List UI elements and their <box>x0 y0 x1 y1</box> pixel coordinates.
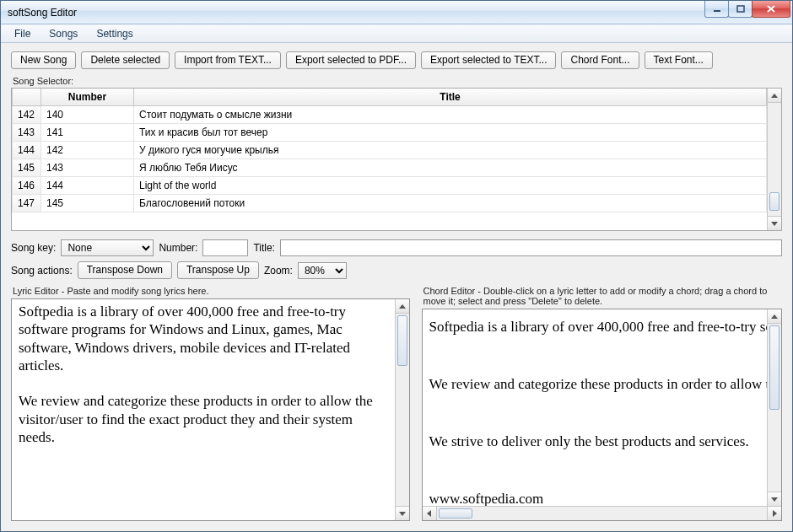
toolbar: New Song Delete selected Import from TEX… <box>11 51 782 69</box>
chord-editor-column: Chord Editor - Double-click on a lyric l… <box>422 286 783 521</box>
scroll-thumb[interactable] <box>769 192 780 211</box>
menu-settings[interactable]: Settings <box>88 26 141 41</box>
editors-row: Lyric Editor - Paste and modify song lyr… <box>11 286 782 521</box>
col-idx[interactable] <box>13 89 41 106</box>
table-row[interactable]: 143141Тих и красив был тот вечер <box>13 124 767 142</box>
text-font-button[interactable]: Text Font... <box>645 51 713 69</box>
song-actions-row: Song actions: Transpose Down Transpose U… <box>11 261 782 279</box>
minimize-button[interactable] <box>704 1 729 18</box>
cell-idx: 145 <box>13 159 41 177</box>
chord-editor-box: Softpedia is a library of over 400,000 f… <box>422 309 783 521</box>
cell-title: Light of the world <box>134 177 767 195</box>
cell-number: 144 <box>41 177 134 195</box>
col-number[interactable]: Number <box>41 89 134 106</box>
titlebar[interactable]: softSong Editor <box>1 1 792 24</box>
delete-selected-button[interactable]: Delete selected <box>81 51 170 69</box>
transpose-up-button[interactable]: Transpose Up <box>177 261 259 279</box>
chord-editor[interactable]: Softpedia is a library of over 400,000 f… <box>423 309 768 506</box>
lyric-editor-column: Lyric Editor - Paste and modify song lyr… <box>11 286 410 521</box>
cell-title: Я люблю Тебя Иисус <box>134 159 767 177</box>
window-buttons <box>705 1 790 19</box>
cell-title: У дикого гуся могучие крылья <box>134 142 767 159</box>
scroll-down-icon[interactable] <box>768 216 781 230</box>
chord-scrollbar-v[interactable] <box>767 309 781 506</box>
cell-idx: 144 <box>13 142 41 159</box>
window-title: softSong Editor <box>8 7 705 19</box>
cell-number: 141 <box>41 124 134 142</box>
song-key-label: Song key: <box>11 242 56 254</box>
scroll-up-icon[interactable] <box>396 299 409 314</box>
cell-number: 140 <box>41 106 134 124</box>
import-text-button[interactable]: Import from TEXT... <box>175 51 281 69</box>
scroll-thumb[interactable] <box>397 315 407 366</box>
chord-editor-label: Chord Editor - Double-click on a lyric l… <box>423 286 783 306</box>
col-title[interactable]: Title <box>134 89 767 106</box>
lyric-scrollbar[interactable] <box>395 299 409 520</box>
cell-number: 143 <box>41 159 134 177</box>
cell-idx: 146 <box>13 177 41 195</box>
new-song-button[interactable]: New Song <box>11 51 76 69</box>
scroll-up-icon[interactable] <box>768 89 781 103</box>
lyric-editor-label: Lyric Editor - Paste and modify song lyr… <box>13 286 410 296</box>
table-header-row: Number Title <box>13 89 767 106</box>
song-selector-label: Song Selector: <box>13 76 782 86</box>
cell-idx: 143 <box>13 124 41 142</box>
title-input[interactable] <box>280 239 782 256</box>
app-window: softSong Editor File Songs Settings New … <box>0 0 793 532</box>
chord-scrollbar-h[interactable] <box>423 506 782 520</box>
menu-songs[interactable]: Songs <box>40 26 86 41</box>
zoom-label: Zoom: <box>264 265 293 277</box>
maximize-button[interactable] <box>728 1 753 18</box>
table-row[interactable]: 146144Light of the world <box>13 177 767 195</box>
scroll-down-icon[interactable] <box>768 492 781 506</box>
song-actions-label: Song actions: <box>11 265 73 277</box>
export-pdf-button[interactable]: Export selected to PDF... <box>286 51 416 69</box>
scroll-right-icon[interactable] <box>767 507 781 520</box>
close-button[interactable] <box>752 1 790 18</box>
number-label: Number: <box>159 242 197 254</box>
cell-title: Благословений потоки <box>134 195 767 212</box>
svg-rect-1 <box>737 6 744 12</box>
scroll-up-icon[interactable] <box>768 309 781 324</box>
scroll-thumb[interactable] <box>769 325 780 410</box>
cell-title: Тих и красив был тот вечер <box>134 124 767 142</box>
cell-number: 145 <box>41 195 134 212</box>
song-key-select[interactable]: None <box>61 239 154 256</box>
cell-title: Стоит подумать о смысле жизни <box>134 106 767 124</box>
table-row[interactable]: 144142У дикого гуся могучие крылья <box>13 142 767 159</box>
menu-file[interactable]: File <box>6 26 39 41</box>
key-number-title-row: Song key: None Number: Title: <box>11 239 782 256</box>
scroll-down-icon[interactable] <box>396 506 409 520</box>
table-scrollbar[interactable] <box>767 89 781 230</box>
table-row[interactable]: 142140Стоит подумать о смысле жизни <box>13 106 767 124</box>
song-selector-table: Number Title 142140Стоит подумать о смыс… <box>11 88 782 231</box>
client-area: New Song Delete selected Import from TEX… <box>1 43 792 531</box>
number-input[interactable] <box>202 239 248 256</box>
scroll-left-icon[interactable] <box>423 507 437 520</box>
cell-number: 142 <box>41 142 134 159</box>
scroll-thumb-h[interactable] <box>439 508 472 519</box>
transpose-down-button[interactable]: Transpose Down <box>78 261 172 279</box>
zoom-select[interactable]: 80% <box>298 262 347 279</box>
cell-idx: 142 <box>13 106 41 124</box>
export-text-button[interactable]: Export selected to TEXT... <box>421 51 557 69</box>
title-label: Title: <box>253 242 275 254</box>
table-row[interactable]: 145143Я люблю Тебя Иисус <box>13 159 767 177</box>
lyric-editor-box: Softpedia is a library of over 400,000 f… <box>11 298 410 521</box>
lyric-editor[interactable]: Softpedia is a library of over 400,000 f… <box>12 299 395 520</box>
cell-idx: 147 <box>13 195 41 212</box>
chord-font-button[interactable]: Chord Font... <box>561 51 639 69</box>
menubar: File Songs Settings <box>1 24 792 43</box>
table-row[interactable]: 147145Благословений потоки <box>13 195 767 212</box>
